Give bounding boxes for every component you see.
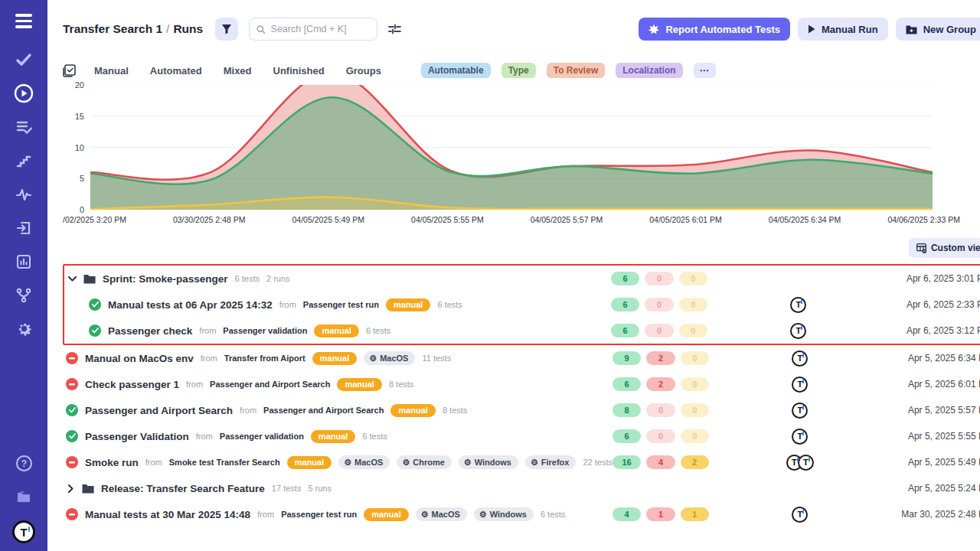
view-options-button[interactable] xyxy=(388,23,401,35)
run-title[interactable]: Manual tests at 30 Mar 2025 14:48 xyxy=(85,509,250,520)
tests-count: 6 tests xyxy=(437,300,462,309)
group-meta: 5 runs xyxy=(308,484,332,493)
analytics-icon[interactable] xyxy=(14,252,34,272)
tag-to-review[interactable]: To Review xyxy=(547,63,605,78)
y-tick-label: 20 xyxy=(63,80,84,90)
run-source[interactable]: Passenger test run xyxy=(281,510,357,519)
tab-automated[interactable]: Automated xyxy=(150,65,202,77)
manual-run-button[interactable]: Manual Run xyxy=(798,18,888,41)
run-row[interactable]: Passenger and Airport SearchfromPassenge… xyxy=(63,397,980,423)
breadcrumb-project[interactable]: Transfer Search 1 xyxy=(63,22,162,35)
failed-count-pill: 0 xyxy=(645,272,673,285)
passed-count-pill: 6 xyxy=(611,324,639,337)
run-row[interactable]: Manual on MacOs envfromTransfer from Aip… xyxy=(63,345,980,371)
milestones-icon[interactable] xyxy=(14,151,34,171)
app-window: ? T Transfer Search 1/Runs xyxy=(0,0,980,551)
chart-plot-area[interactable] xyxy=(90,85,933,210)
run-row[interactable]: Check passenger 1fromPassenger and Airpo… xyxy=(63,371,980,397)
run-row[interactable]: Passenger ValidationfromPassenger valida… xyxy=(63,423,980,449)
avatar[interactable]: T xyxy=(792,403,808,419)
run-source[interactable]: Smoke test Transfer Search xyxy=(169,458,280,467)
run-title[interactable]: Passenger and Airport Search xyxy=(85,405,233,416)
run-source[interactable]: Passenger validation xyxy=(223,326,307,335)
run-title[interactable]: Manual on MacOs env xyxy=(85,353,194,364)
folder-icon xyxy=(82,484,94,494)
search-input[interactable] xyxy=(271,24,371,34)
avatar[interactable]: T xyxy=(792,429,808,445)
avatar[interactable]: T xyxy=(790,297,806,313)
search-icon xyxy=(256,24,265,34)
tab-manual[interactable]: Manual xyxy=(94,65,129,77)
run-title[interactable]: Manual tests at 06 Apr 2025 14:32 xyxy=(108,299,273,311)
run-date: Apr 6, 2025 3:12 PM xyxy=(890,325,980,336)
projects-icon[interactable] xyxy=(14,487,34,507)
select-all-icon[interactable] xyxy=(63,64,76,77)
tag-automatable[interactable]: Automatable xyxy=(421,63,491,78)
pulse-icon[interactable] xyxy=(14,184,34,204)
tune-icon xyxy=(388,23,401,35)
run-source[interactable]: Passenger test run xyxy=(303,300,379,309)
run-title[interactable]: Passenger check xyxy=(108,325,192,337)
row-main: Check passenger 1fromPassenger and Airpo… xyxy=(63,378,612,391)
run-row[interactable]: Manual tests at 30 Mar 2025 14:48fromPas… xyxy=(63,501,980,527)
avatar[interactable]: T xyxy=(792,350,808,367)
chevron-down-icon[interactable] xyxy=(67,276,77,282)
x-tick-label: 04/05/2025 5:55 PM xyxy=(411,215,484,224)
group-row[interactable]: Release: Transfer Search Feature17 tests… xyxy=(63,475,980,501)
new-group-button[interactable]: New Group xyxy=(896,18,980,41)
from-label: from xyxy=(196,432,213,441)
test-plans-icon[interactable] xyxy=(14,117,34,137)
tags-more-button[interactable]: ⋯ xyxy=(694,63,716,78)
svg-text:?: ? xyxy=(21,458,26,469)
avatar[interactable]: T xyxy=(790,323,806,339)
tab-mixed[interactable]: Mixed xyxy=(224,65,252,77)
highlighted-group-box: Sprint: Smoke-passenger6 tests2 runs600A… xyxy=(63,264,980,345)
tab-groups[interactable]: Groups xyxy=(346,65,381,77)
group-row[interactable]: Sprint: Smoke-passenger6 tests2 runs600A… xyxy=(64,266,980,292)
avatar[interactable]: T xyxy=(798,455,814,471)
runs-icon[interactable] xyxy=(14,83,34,103)
custom-view-button[interactable]: Custom view xyxy=(909,238,980,258)
branches-icon[interactable] xyxy=(14,285,34,305)
run-source[interactable]: Passenger and Airport Search xyxy=(210,380,330,389)
run-title[interactable]: Smoke run xyxy=(85,457,139,468)
run-source[interactable]: Passenger and Airport Search xyxy=(263,406,384,415)
row-main: Manual on MacOs envfromTransfer from Aip… xyxy=(63,351,612,365)
run-title[interactable]: Passenger Validation xyxy=(85,431,189,442)
status-passed-icon xyxy=(89,298,101,311)
run-source[interactable]: Passenger validation xyxy=(220,432,304,441)
env-label: MacOS xyxy=(354,458,383,467)
assignee-avatars: T xyxy=(707,323,890,339)
report-automated-tests-button[interactable]: Report Automated Tests xyxy=(639,18,790,41)
x-tick-label: 04/05/2025 6:01 PM xyxy=(649,215,722,224)
breadcrumb: Transfer Search 1/Runs xyxy=(63,22,203,36)
tests-count: 6 tests xyxy=(366,326,390,335)
search-box[interactable] xyxy=(249,18,377,41)
chevron-right-icon[interactable] xyxy=(66,484,75,493)
run-title[interactable]: Check passenger 1 xyxy=(85,379,179,390)
avatar[interactable]: T xyxy=(792,507,808,523)
run-row[interactable]: Passenger checkfromPassenger validationm… xyxy=(64,318,980,344)
run-source[interactable]: Transfer from Aiport xyxy=(224,354,305,363)
skipped-count-pill: 0 xyxy=(681,429,709,443)
filter-button[interactable] xyxy=(215,18,238,41)
help-icon[interactable]: ? xyxy=(14,453,34,473)
app-logo[interactable]: T xyxy=(12,520,35,543)
x-tick-label: 04/06/2025 2:33 PM xyxy=(887,215,960,224)
menu-icon[interactable] xyxy=(15,14,32,28)
settings-icon[interactable] xyxy=(14,319,34,339)
tag-type[interactable]: Type xyxy=(501,63,536,78)
run-row[interactable]: Smoke runfromSmoke test Transfer Searchm… xyxy=(63,449,980,475)
run-row[interactable]: Manual tests at 06 Apr 2025 14:32fromPas… xyxy=(64,292,980,318)
import-icon[interactable] xyxy=(14,218,34,238)
avatar[interactable]: T xyxy=(792,377,808,393)
failed-count-pill: 2 xyxy=(646,377,675,391)
passed-count-pill: 6 xyxy=(611,298,639,311)
tab-unfinished[interactable]: Unfinished xyxy=(273,65,325,77)
tests-icon[interactable] xyxy=(14,50,34,70)
breadcrumb-separator: / xyxy=(166,22,169,35)
from-label: from xyxy=(145,458,162,467)
run-date: Apr 6, 2025 2:33 PM xyxy=(890,299,980,310)
tag-localization[interactable]: Localization xyxy=(616,63,682,78)
result-counts: 600 xyxy=(611,298,707,311)
